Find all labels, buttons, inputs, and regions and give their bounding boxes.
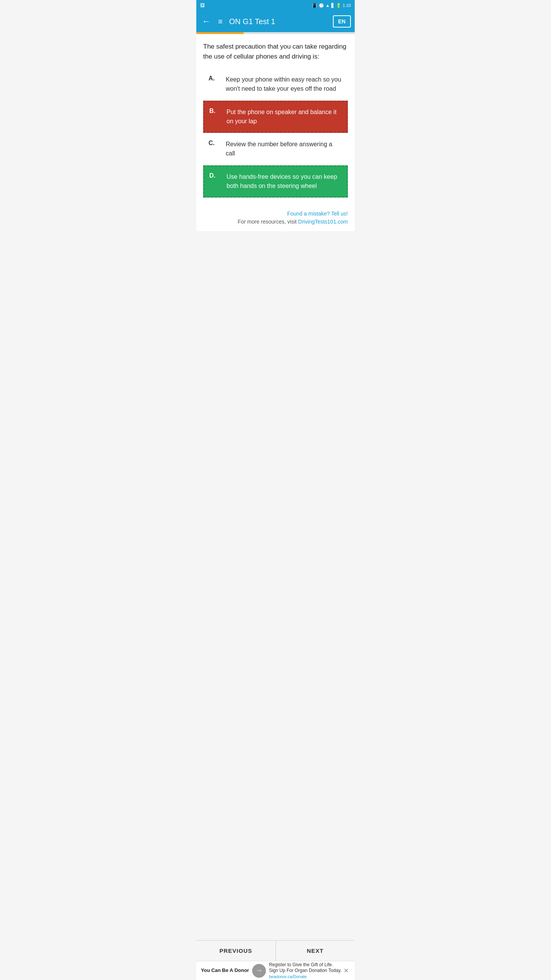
back-button[interactable]: ← <box>200 15 212 28</box>
answer-option-b[interactable]: B. Put the phone on speaker and balance … <box>203 101 348 133</box>
ad-arrow-icon: → <box>252 964 266 978</box>
ad-text-right: Register to Give the Gift of Life. Sign … <box>269 962 342 979</box>
status-right: 📳 🕐 ▲ ▋ 🔋 1:10 <box>312 3 351 8</box>
ad-url: beadonor.ca/Donate <box>269 974 342 979</box>
status-bar: 🖼 📳 🕐 ▲ ▋ 🔋 1:10 <box>196 0 355 11</box>
resources-prefix: For more resources, visit <box>238 219 297 225</box>
previous-button[interactable]: PREVIOUS <box>196 941 276 961</box>
signal-icon: ▋ <box>331 3 334 8</box>
ad-main-text: Register to Give the Gift of Life. Sign … <box>269 962 342 974</box>
page-title: ON G1 Test 1 <box>229 17 333 26</box>
bottom-navigation: PREVIOUS NEXT <box>196 940 355 961</box>
answer-label-a: A. <box>209 75 222 82</box>
image-icon: 🖼 <box>200 3 205 8</box>
content-spacer <box>196 231 355 308</box>
app-header: ← ≡ ON G1 Test 1 EN <box>196 11 355 32</box>
ad-text-left: You Can Be A Donor <box>201 967 249 974</box>
battery-icon: 🔋 <box>336 3 341 8</box>
language-button[interactable]: EN <box>333 15 351 28</box>
footer-links: Found a mistake? Tell us! For more resou… <box>196 206 355 231</box>
answer-text-d: Use hands-free devices so you can keep b… <box>227 172 342 191</box>
answer-option-a[interactable]: A. Keep your phone within easy reach so … <box>203 69 348 100</box>
resources-text: For more resources, visit DrivingTests10… <box>238 219 348 225</box>
answer-label-b: B. <box>209 108 223 114</box>
mistake-link[interactable]: Found a mistake? Tell us! <box>203 211 348 217</box>
time-display: 1:10 <box>343 3 351 8</box>
question-text: The safest precaution that you can take … <box>203 42 348 61</box>
answer-text-c: Review the number before answering a cal… <box>226 140 342 158</box>
ad-close-button[interactable]: ✕ <box>342 965 350 976</box>
wifi-icon: ▲ <box>326 3 330 8</box>
vibrate-icon: 📳 <box>312 3 317 8</box>
answer-label-c: C. <box>209 140 222 147</box>
resources-link[interactable]: DrivingTests101.com <box>298 219 348 225</box>
next-button[interactable]: NEXT <box>276 941 355 961</box>
answer-option-c[interactable]: C. Review the number before answering a … <box>203 134 348 165</box>
main-content: The safest precaution that you can take … <box>196 34 355 206</box>
ad-banner[interactable]: You Can Be A Donor → Register to Give th… <box>196 961 355 980</box>
answer-text-b: Put the phone on speaker and balance it … <box>227 108 342 126</box>
answer-label-d: D. <box>209 172 223 179</box>
clock-icon: 🕐 <box>319 3 324 8</box>
arrow-right-icon: → <box>256 967 262 975</box>
answer-option-d[interactable]: D. Use hands-free devices so you can kee… <box>203 165 348 198</box>
answer-text-a: Keep your phone within easy reach so you… <box>226 75 342 93</box>
status-left: 🖼 <box>200 3 205 8</box>
menu-button[interactable]: ≡ <box>216 15 225 28</box>
